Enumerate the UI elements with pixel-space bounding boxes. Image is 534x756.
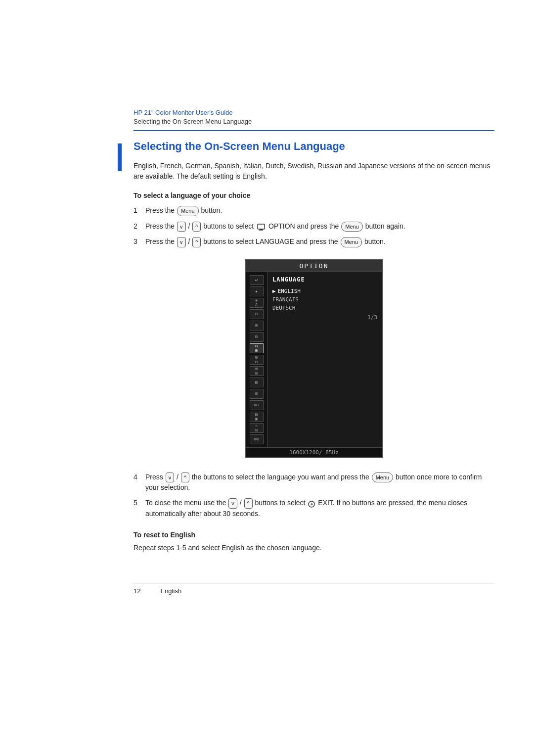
step-2-up-btn: ^ <box>192 222 201 232</box>
osd-icon-3: ⊙A <box>250 298 264 308</box>
osd-sidebar: ↩ ✦ ⊙A ⊡ ⊞ ⊟ ⊡⊞ ⊟⊡ ⊞⊡ ▤ ⊟ ⊞⊡ ▤▣ →⊡ <box>246 272 267 447</box>
osd-icon-2: ✦ <box>250 286 264 296</box>
osd-menu-screenshot: OPTION ↩ ✦ ⊙A ⊡ ⊞ ⊟ ⊡⊞ ⊟⊡ ⊞⊡ ▤ ⊟ <box>134 259 494 458</box>
osd-body: ↩ ✦ ⊙A ⊡ ⊞ ⊟ ⊡⊞ ⊟⊡ ⊞⊡ ▤ ⊟ ⊞⊡ ▤▣ →⊡ <box>246 272 382 447</box>
subsection2-text: Repeat steps 1-5 and select English as t… <box>134 543 494 553</box>
step-2-num: 2 <box>134 221 145 232</box>
osd-language-title: LANGUAGE <box>272 276 377 283</box>
step-4: 4 Press v / ^ the buttons to select the … <box>134 472 494 493</box>
osd-icon-8: ⊟⊡ <box>250 355 264 365</box>
step-1: 1 Press the Menu button. <box>134 205 494 216</box>
svg-rect-0 <box>258 224 265 229</box>
osd-footer: 1600X1200/ 85Hz <box>246 447 382 457</box>
step-2-option-text: OPTION and press the <box>268 222 341 230</box>
step-5-text-mid: buttons to select <box>255 499 308 507</box>
intro-text: English, French, German, Spanish, Italia… <box>134 161 494 182</box>
osd-main-content: LANGUAGE ENGLISH FRANÇAIS DEUTSCH 1/3 <box>267 272 382 447</box>
content-area: HP 21" Color Monitor User's Guide Select… <box>134 0 494 595</box>
osd-title: OPTION <box>246 260 382 272</box>
footer-page-number: 12 <box>134 587 140 595</box>
breadcrumb-link[interactable]: HP 21" Color Monitor User's Guide <box>134 109 494 116</box>
osd-item-francais: FRANÇAIS <box>272 295 377 304</box>
osd-icon-6: ⊟ <box>250 332 264 342</box>
step-2-option-icon <box>257 221 265 232</box>
step-2-menu-btn: Menu <box>341 222 363 232</box>
osd-icon-4: ⊡ <box>250 309 264 319</box>
step-5-num: 5 <box>134 498 145 508</box>
step-4-num: 4 <box>134 472 145 482</box>
step-2-content: Press the v / ^ buttons to select OPTION <box>145 221 494 232</box>
osd-icon-1: ↩ <box>250 275 264 285</box>
osd-icon-11: ⊟ <box>250 389 264 399</box>
osd-icon-9: ⊞⊡ <box>250 366 264 376</box>
step-3-text-before: Press the <box>145 237 177 245</box>
step-2-text-before: Press the <box>145 222 177 230</box>
osd-icon-15: ⊞⊞ <box>250 434 264 444</box>
step-3-up-btn: ^ <box>192 237 201 247</box>
osd-icon-7: ⊡⊞ <box>250 343 264 353</box>
step-5-exit-icon <box>308 498 315 509</box>
osd-icon-12: ⊞⊡ <box>250 400 264 410</box>
osd-item-english: ENGLISH <box>272 287 377 295</box>
osd-icon-10: ▤ <box>250 378 264 387</box>
bottom-divider <box>134 583 494 583</box>
step-5-text-before: To close the menu use the <box>145 499 228 507</box>
step-2-down-btn: v <box>177 222 186 232</box>
step-4-down-btn: v <box>166 472 175 483</box>
subsection2-title: To reset to English <box>134 531 494 539</box>
step-5-down-btn: v <box>228 498 237 509</box>
step-5-up-btn: ^ <box>244 498 253 509</box>
osd-menu: OPTION ↩ ✦ ⊙A ⊡ ⊞ ⊟ ⊡⊞ ⊟⊡ ⊞⊡ ▤ ⊟ <box>245 259 383 458</box>
step-5-content: To close the menu use the v / ^ buttons … <box>145 498 494 519</box>
step-4-menu-btn: Menu <box>372 472 394 483</box>
step-4-text-mid: the buttons to select the language you w… <box>192 473 371 481</box>
step-3-text-mid: buttons to select LANGUAGE and press the <box>203 237 340 245</box>
breadcrumb-sub: Selecting the On-Screen Menu Language <box>134 118 494 125</box>
step-1-menu-btn: Menu <box>177 206 199 216</box>
step-1-num: 1 <box>134 205 145 216</box>
osd-page-indicator: 1/3 <box>272 314 377 321</box>
step-4-up-btn: ^ <box>181 472 189 483</box>
step-2-text-end: button again. <box>365 222 405 230</box>
step-1-text-mid: button. <box>201 206 222 214</box>
top-divider <box>134 130 494 131</box>
section-title: Selecting the On-Screen Menu Language <box>134 140 494 153</box>
steps-list: 1 Press the Menu button. 2 Press the v /… <box>134 205 494 247</box>
step-2-slash: / <box>188 222 192 230</box>
step-3-menu-btn: Menu <box>341 237 362 247</box>
osd-icon-13: ▤▣ <box>250 412 264 422</box>
step-3-down-btn: v <box>177 237 186 247</box>
step-4-text-before: Press <box>145 473 165 481</box>
step-3-text-end: button. <box>364 237 386 245</box>
step-3-num: 3 <box>134 236 145 247</box>
step-2: 2 Press the v / ^ buttons to select <box>134 221 494 232</box>
step-4-slash: / <box>177 473 180 481</box>
step-4-content: Press v / ^ the buttons to select the la… <box>145 472 494 493</box>
footer: 12 English <box>134 587 494 595</box>
step-3-slash: / <box>188 237 192 245</box>
step-3: 3 Press the v / ^ buttons to select LANG… <box>134 236 494 247</box>
subsection1-title: To select a language of your choice <box>134 191 494 199</box>
step-3-content: Press the v / ^ buttons to select LANGUA… <box>145 236 494 247</box>
osd-icon-5: ⊞ <box>250 321 264 331</box>
osd-icon-14: →⊡ <box>250 423 264 433</box>
step-5-slash: / <box>240 499 242 507</box>
steps-list-2: 4 Press v / ^ the buttons to select the … <box>134 472 494 519</box>
step-1-content: Press the Menu button. <box>145 205 494 216</box>
section-accent-bar <box>118 143 122 171</box>
step-2-text-mid: buttons to select <box>203 222 256 230</box>
osd-item-deutsch: DEUTSCH <box>272 304 377 312</box>
step-1-text-before: Press the <box>145 206 177 214</box>
footer-language: English <box>160 587 181 595</box>
step-5: 5 To close the menu use the v / ^ button… <box>134 498 494 519</box>
page: HP 21" Color Monitor User's Guide Select… <box>0 0 534 756</box>
